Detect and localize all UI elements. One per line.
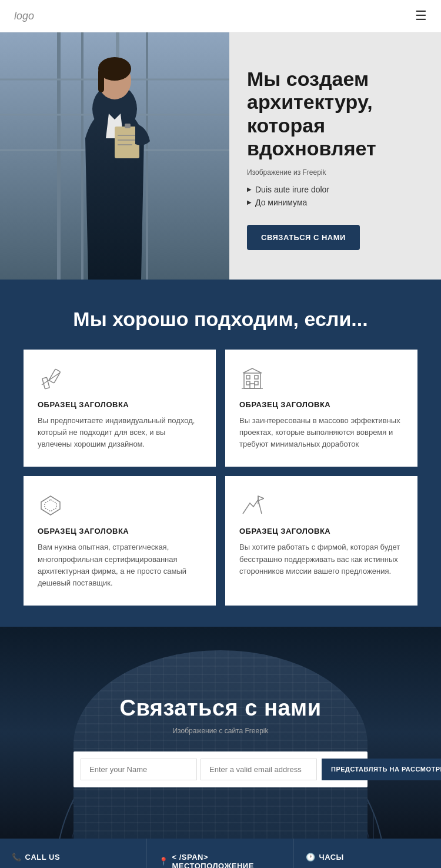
card-1: ОБРАЗЕЦ ЗАГОЛОВКА Вы предпочитаете индив…	[24, 350, 216, 467]
svg-marker-28	[45, 500, 56, 511]
hero-section: Мы создаем архитектуру, которая вдохновл…	[0, 32, 441, 280]
svg-rect-11	[98, 69, 104, 92]
card-3-icon	[38, 493, 64, 518]
contact-section: Связаться с нами Изображение с сайта Fre…	[0, 627, 441, 839]
svg-rect-13	[125, 124, 131, 128]
hero-cta-button[interactable]: СВЯЗАТЬСЯ С НАМИ	[247, 225, 360, 250]
footer-col-location: 📍 < /SPAN> МЕСТОПОЛОЖЕНИЕ 121 Rock Stree…	[147, 839, 294, 868]
card-2-icon	[239, 366, 265, 392]
card-1-text: Вы предпочитаете индивидуальный подход, …	[38, 415, 202, 450]
footer-info: 📞 CALL US 1 (234) 567-891, 1 (234) 987-6…	[0, 839, 441, 868]
contact-name-input[interactable]	[81, 759, 197, 780]
footer-col-hours-title: 🕐 ЧАСЫ	[306, 853, 429, 862]
pencil-ruler-icon	[39, 367, 62, 391]
freepik-link[interactable]: Freepik	[302, 168, 326, 177]
fit-section-title: Мы хорошо подходим, если...	[24, 308, 417, 331]
footer-col-hours: 🕐 ЧАСЫ Пн – Пт …… 11:00 – 20:00, Сб, Вс …	[294, 839, 441, 868]
hero-illustration	[0, 32, 229, 280]
mountain-flag-icon	[240, 494, 264, 517]
svg-rect-21	[246, 375, 250, 379]
card-4: ОБРАЗЕЦ ЗАГОЛОВКА Вы хотите работать с ф…	[225, 476, 417, 606]
card-2-text: Вы заинтересованы в массово эффективных …	[239, 415, 403, 450]
svg-marker-30	[258, 496, 264, 501]
card-3: ОБРАЗЕЦ ЗАГОЛОВКА Вам нужна опытная, стр…	[24, 476, 216, 606]
building-icon	[240, 367, 264, 391]
contact-title: Связаться с нами	[12, 696, 429, 721]
card-4-heading: ОБРАЗЕЦ ЗАГОЛОВКА	[239, 527, 403, 536]
location-icon: 📍	[159, 857, 169, 866]
footer-col-phone: 📞 CALL US 1 (234) 567-891, 1 (234) 987-6…	[0, 839, 147, 868]
svg-rect-23	[246, 381, 250, 385]
svg-marker-27	[41, 496, 60, 515]
card-3-heading: ОБРАЗЕЦ ЗАГОЛОВКА	[38, 527, 202, 536]
logo: logo	[14, 10, 34, 22]
hero-image	[0, 32, 229, 280]
card-2: ОБРАЗЕЦ ЗАГОЛОВКА Вы заинтересованы в ма…	[225, 350, 417, 467]
cards-grid: ОБРАЗЕЦ ЗАГОЛОВКА Вы предпочитаете индив…	[24, 350, 417, 606]
contact-submit-button[interactable]: ПРЕДСТАВЛЯТЬ НА РАССМОТРЕНИЕ	[322, 759, 441, 780]
svg-rect-25	[250, 384, 255, 388]
diamond-icon	[39, 494, 62, 517]
contact-source: Изображение с сайта Freepik	[12, 727, 429, 735]
hero-list-item: До минимума	[247, 198, 423, 207]
card-4-icon	[239, 493, 265, 518]
hero-list-item: Duis aute irure dolor	[247, 185, 423, 194]
contact-email-input[interactable]	[201, 759, 317, 780]
card-3-text: Вам нужна опытная, стратегическая, много…	[38, 541, 202, 589]
svg-rect-18	[42, 377, 49, 388]
card-1-icon	[38, 366, 64, 392]
hero-person-image	[0, 32, 229, 280]
hero-title: Мы создаем архитектуру, которая вдохновл…	[247, 68, 423, 159]
freepik-link-2[interactable]: Freepik	[245, 727, 269, 735]
card-1-heading: ОБРАЗЕЦ ЗАГОЛОВКА	[38, 400, 202, 409]
hero-content: Мы создаем архитектуру, которая вдохновл…	[229, 32, 441, 280]
svg-rect-24	[255, 381, 258, 385]
card-2-heading: ОБРАЗЕЦ ЗАГОЛОВКА	[239, 400, 403, 409]
footer-col-phone-title: 📞 CALL US	[12, 853, 135, 862]
hero-source: Изображение из Freepik	[247, 168, 423, 177]
contact-form: ПРЕДСТАВЛЯТЬ НА РАССМОТРЕНИЕ	[74, 751, 368, 787]
svg-rect-22	[255, 375, 258, 379]
site-header: logo ☰	[0, 0, 441, 32]
hamburger-menu-icon[interactable]: ☰	[415, 8, 427, 24]
contact-content: Связаться с нами Изображение с сайта Fre…	[12, 696, 429, 787]
hero-list: Duis aute irure dolor До минимума	[247, 185, 423, 211]
card-4-text: Вы хотите работать с фирмой, которая буд…	[239, 541, 403, 577]
fit-section: Мы хорошо подходим, если... ОБРАЗЕЦ ЗАГО…	[0, 280, 441, 627]
phone-icon: 📞	[12, 853, 22, 862]
clock-icon: 🕐	[306, 853, 316, 862]
footer-col-location-title: 📍 < /SPAN> МЕСТОПОЛОЖЕНИЕ	[159, 853, 282, 868]
